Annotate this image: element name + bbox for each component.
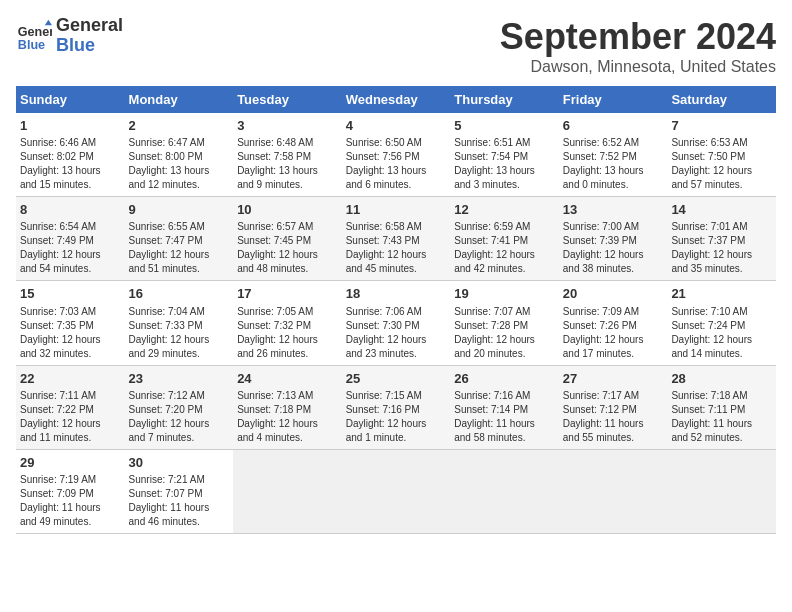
day-number: 24	[237, 370, 338, 388]
day-info: Sunrise: 7:16 AM Sunset: 7:14 PM Dayligh…	[454, 389, 555, 445]
calendar-cell: 18Sunrise: 7:06 AM Sunset: 7:30 PM Dayli…	[342, 281, 451, 365]
calendar-cell: 14Sunrise: 7:01 AM Sunset: 7:37 PM Dayli…	[667, 197, 776, 281]
day-info: Sunrise: 6:51 AM Sunset: 7:54 PM Dayligh…	[454, 136, 555, 192]
day-info: Sunrise: 6:50 AM Sunset: 7:56 PM Dayligh…	[346, 136, 447, 192]
day-info: Sunrise: 7:07 AM Sunset: 7:28 PM Dayligh…	[454, 305, 555, 361]
day-info: Sunrise: 7:13 AM Sunset: 7:18 PM Dayligh…	[237, 389, 338, 445]
day-info: Sunrise: 7:05 AM Sunset: 7:32 PM Dayligh…	[237, 305, 338, 361]
calendar-cell: 17Sunrise: 7:05 AM Sunset: 7:32 PM Dayli…	[233, 281, 342, 365]
month-title: September 2024	[500, 16, 776, 58]
day-number: 4	[346, 117, 447, 135]
day-info: Sunrise: 6:46 AM Sunset: 8:02 PM Dayligh…	[20, 136, 121, 192]
calendar-cell: 25Sunrise: 7:15 AM Sunset: 7:16 PM Dayli…	[342, 365, 451, 449]
day-info: Sunrise: 6:57 AM Sunset: 7:45 PM Dayligh…	[237, 220, 338, 276]
calendar-cell: 4Sunrise: 6:50 AM Sunset: 7:56 PM Daylig…	[342, 113, 451, 197]
calendar-cell: 29Sunrise: 7:19 AM Sunset: 7:09 PM Dayli…	[16, 449, 125, 533]
calendar-cell: 1Sunrise: 6:46 AM Sunset: 8:02 PM Daylig…	[16, 113, 125, 197]
day-number: 6	[563, 117, 664, 135]
day-info: Sunrise: 7:04 AM Sunset: 7:33 PM Dayligh…	[129, 305, 230, 361]
day-number: 2	[129, 117, 230, 135]
calendar-cell: 12Sunrise: 6:59 AM Sunset: 7:41 PM Dayli…	[450, 197, 559, 281]
day-header-tuesday: Tuesday	[233, 86, 342, 113]
day-info: Sunrise: 7:00 AM Sunset: 7:39 PM Dayligh…	[563, 220, 664, 276]
week-row-4: 22Sunrise: 7:11 AM Sunset: 7:22 PM Dayli…	[16, 365, 776, 449]
day-number: 11	[346, 201, 447, 219]
calendar-cell: 24Sunrise: 7:13 AM Sunset: 7:18 PM Dayli…	[233, 365, 342, 449]
logo-text: General Blue	[56, 16, 123, 56]
day-number: 18	[346, 285, 447, 303]
day-number: 21	[671, 285, 772, 303]
day-header-thursday: Thursday	[450, 86, 559, 113]
day-number: 22	[20, 370, 121, 388]
day-number: 10	[237, 201, 338, 219]
calendar-cell: 30Sunrise: 7:21 AM Sunset: 7:07 PM Dayli…	[125, 449, 234, 533]
location-title: Dawson, Minnesota, United States	[500, 58, 776, 76]
calendar-table: SundayMondayTuesdayWednesdayThursdayFrid…	[16, 86, 776, 534]
day-info: Sunrise: 7:01 AM Sunset: 7:37 PM Dayligh…	[671, 220, 772, 276]
week-row-2: 8Sunrise: 6:54 AM Sunset: 7:49 PM Daylig…	[16, 197, 776, 281]
day-info: Sunrise: 6:47 AM Sunset: 8:00 PM Dayligh…	[129, 136, 230, 192]
day-info: Sunrise: 6:54 AM Sunset: 7:49 PM Dayligh…	[20, 220, 121, 276]
calendar-cell: 22Sunrise: 7:11 AM Sunset: 7:22 PM Dayli…	[16, 365, 125, 449]
calendar-cell: 10Sunrise: 6:57 AM Sunset: 7:45 PM Dayli…	[233, 197, 342, 281]
day-header-friday: Friday	[559, 86, 668, 113]
day-number: 30	[129, 454, 230, 472]
calendar-cell: 11Sunrise: 6:58 AM Sunset: 7:43 PM Dayli…	[342, 197, 451, 281]
day-info: Sunrise: 7:10 AM Sunset: 7:24 PM Dayligh…	[671, 305, 772, 361]
day-number: 23	[129, 370, 230, 388]
day-info: Sunrise: 7:21 AM Sunset: 7:07 PM Dayligh…	[129, 473, 230, 529]
calendar-cell: 15Sunrise: 7:03 AM Sunset: 7:35 PM Dayli…	[16, 281, 125, 365]
calendar-cell: 16Sunrise: 7:04 AM Sunset: 7:33 PM Dayli…	[125, 281, 234, 365]
calendar-cell: 27Sunrise: 7:17 AM Sunset: 7:12 PM Dayli…	[559, 365, 668, 449]
calendar-cell: 19Sunrise: 7:07 AM Sunset: 7:28 PM Dayli…	[450, 281, 559, 365]
day-number: 8	[20, 201, 121, 219]
calendar-cell	[667, 449, 776, 533]
logo-icon: General Blue	[16, 18, 52, 54]
header-row: SundayMondayTuesdayWednesdayThursdayFrid…	[16, 86, 776, 113]
calendar-cell	[342, 449, 451, 533]
calendar-cell	[233, 449, 342, 533]
calendar-cell: 13Sunrise: 7:00 AM Sunset: 7:39 PM Dayli…	[559, 197, 668, 281]
day-info: Sunrise: 6:48 AM Sunset: 7:58 PM Dayligh…	[237, 136, 338, 192]
day-number: 20	[563, 285, 664, 303]
day-info: Sunrise: 7:15 AM Sunset: 7:16 PM Dayligh…	[346, 389, 447, 445]
calendar-cell: 23Sunrise: 7:12 AM Sunset: 7:20 PM Dayli…	[125, 365, 234, 449]
day-number: 16	[129, 285, 230, 303]
day-info: Sunrise: 6:59 AM Sunset: 7:41 PM Dayligh…	[454, 220, 555, 276]
title-area: September 2024 Dawson, Minnesota, United…	[500, 16, 776, 76]
calendar-cell: 20Sunrise: 7:09 AM Sunset: 7:26 PM Dayli…	[559, 281, 668, 365]
day-header-wednesday: Wednesday	[342, 86, 451, 113]
day-info: Sunrise: 6:55 AM Sunset: 7:47 PM Dayligh…	[129, 220, 230, 276]
day-number: 28	[671, 370, 772, 388]
day-number: 14	[671, 201, 772, 219]
day-number: 19	[454, 285, 555, 303]
calendar-cell	[450, 449, 559, 533]
day-header-monday: Monday	[125, 86, 234, 113]
day-info: Sunrise: 7:17 AM Sunset: 7:12 PM Dayligh…	[563, 389, 664, 445]
day-number: 13	[563, 201, 664, 219]
day-info: Sunrise: 7:18 AM Sunset: 7:11 PM Dayligh…	[671, 389, 772, 445]
day-info: Sunrise: 7:06 AM Sunset: 7:30 PM Dayligh…	[346, 305, 447, 361]
day-info: Sunrise: 7:12 AM Sunset: 7:20 PM Dayligh…	[129, 389, 230, 445]
svg-text:Blue: Blue	[18, 37, 45, 51]
day-number: 5	[454, 117, 555, 135]
calendar-cell: 9Sunrise: 6:55 AM Sunset: 7:47 PM Daylig…	[125, 197, 234, 281]
day-number: 17	[237, 285, 338, 303]
day-info: Sunrise: 7:11 AM Sunset: 7:22 PM Dayligh…	[20, 389, 121, 445]
day-number: 29	[20, 454, 121, 472]
day-info: Sunrise: 7:03 AM Sunset: 7:35 PM Dayligh…	[20, 305, 121, 361]
day-info: Sunrise: 6:58 AM Sunset: 7:43 PM Dayligh…	[346, 220, 447, 276]
day-number: 15	[20, 285, 121, 303]
day-number: 7	[671, 117, 772, 135]
calendar-cell: 6Sunrise: 6:52 AM Sunset: 7:52 PM Daylig…	[559, 113, 668, 197]
week-row-3: 15Sunrise: 7:03 AM Sunset: 7:35 PM Dayli…	[16, 281, 776, 365]
week-row-1: 1Sunrise: 6:46 AM Sunset: 8:02 PM Daylig…	[16, 113, 776, 197]
calendar-cell: 5Sunrise: 6:51 AM Sunset: 7:54 PM Daylig…	[450, 113, 559, 197]
day-info: Sunrise: 6:52 AM Sunset: 7:52 PM Dayligh…	[563, 136, 664, 192]
calendar-cell: 2Sunrise: 6:47 AM Sunset: 8:00 PM Daylig…	[125, 113, 234, 197]
calendar-cell: 28Sunrise: 7:18 AM Sunset: 7:11 PM Dayli…	[667, 365, 776, 449]
calendar-cell: 26Sunrise: 7:16 AM Sunset: 7:14 PM Dayli…	[450, 365, 559, 449]
day-info: Sunrise: 7:09 AM Sunset: 7:26 PM Dayligh…	[563, 305, 664, 361]
day-info: Sunrise: 6:53 AM Sunset: 7:50 PM Dayligh…	[671, 136, 772, 192]
calendar-cell: 21Sunrise: 7:10 AM Sunset: 7:24 PM Dayli…	[667, 281, 776, 365]
